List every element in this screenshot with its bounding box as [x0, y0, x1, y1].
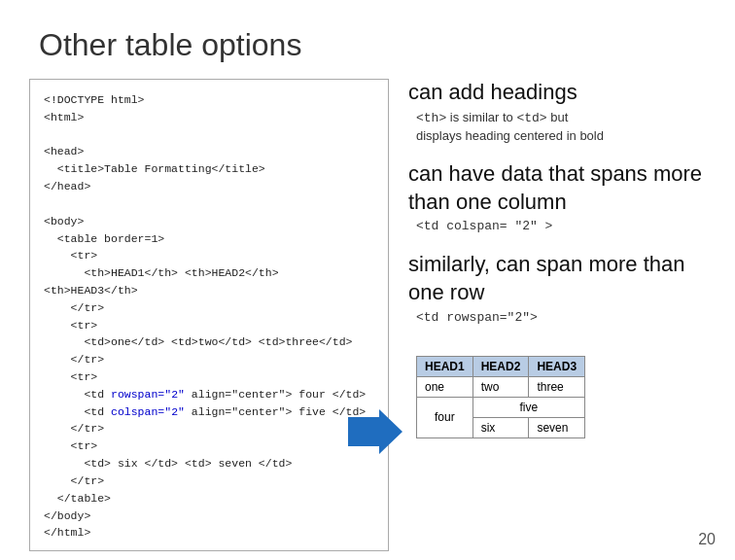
row-code: <td rowspan="2"> [416, 309, 716, 327]
page-title: Other table options [0, 0, 735, 79]
row-title: similarly, can span more than one row [408, 251, 716, 306]
code-line-12: <td>one</td> <td>two</td> <td>three</td> [44, 335, 352, 348]
main-content: <!DOCTYPE html> <html> <head> <title>Tab… [0, 79, 735, 551]
cell-one: one [417, 376, 473, 397]
headings-but: but [550, 110, 568, 124]
code-line-9: <th>HEAD1</th> <th>HEAD2</th> <th>HEAD3<… [44, 266, 279, 297]
code-line-15: <td rowspan="2" align="center"> four </t… [44, 388, 366, 401]
code-line-14: <tr> [44, 370, 97, 383]
headings-detail: <th> is similar to <td> but displays hea… [416, 109, 716, 145]
demo-table-header-3: HEAD3 [529, 356, 585, 376]
code-line-23: </html> [44, 526, 90, 539]
code-line-8: <tr> [44, 249, 97, 262]
code-line-17: </tr> [44, 422, 104, 435]
code-line-18: <tr> [44, 439, 97, 452]
code-line-7: <table border=1> [44, 232, 164, 245]
page-number: 20 [698, 531, 716, 548]
headings-similar-text: is similar to [450, 110, 517, 124]
cell-five: five [472, 397, 584, 417]
spans-title: can have data that spans more than one c… [408, 160, 716, 216]
code-line-6: <body> [44, 215, 84, 228]
spans-code: <td colspan= "2" > [416, 218, 716, 235]
code-line-4: <title>Table Formatting</title> [44, 162, 265, 175]
headings-desc: displays heading centered in bold [416, 128, 604, 143]
code-line-2: <html> [44, 111, 84, 123]
code-line-1: <!DOCTYPE html> [44, 93, 145, 106]
code-line-11: <tr> [44, 319, 97, 332]
cell-three: three [529, 376, 585, 397]
code-line-22: </body> [44, 509, 90, 522]
demo-table-container: HEAD1 HEAD2 HEAD3 one two three four fiv… [416, 346, 716, 438]
cell-two: two [472, 376, 529, 397]
svg-marker-0 [348, 409, 402, 454]
headings-section: can add headings <th> is similar to <td>… [408, 79, 716, 145]
code-line-5: </head> [44, 180, 90, 192]
row-section: similarly, can span more than one row <t… [408, 251, 716, 326]
cell-seven: seven [529, 417, 585, 438]
code-line-10: </tr> [44, 301, 104, 314]
demo-table-header-2: HEAD2 [472, 356, 529, 376]
table-row: one two three [417, 376, 585, 397]
headings-title: can add headings [408, 79, 716, 107]
th-code: <th> [416, 111, 446, 125]
demo-table-header-1: HEAD1 [417, 356, 473, 376]
arrow-icon [348, 409, 402, 458]
spans-section: can have data that spans more than one c… [408, 160, 716, 235]
code-line-20: </tr> [44, 474, 104, 487]
demo-table: HEAD1 HEAD2 HEAD3 one two three four fiv… [416, 356, 585, 438]
cell-four: four [417, 397, 473, 438]
code-line-16: <td colspan="2" align="center"> five </t… [44, 405, 366, 418]
right-panel: can add headings <th> is similar to <td>… [408, 79, 716, 551]
code-box: <!DOCTYPE html> <html> <head> <title>Tab… [29, 79, 389, 551]
td-code: <td> [516, 111, 546, 125]
code-line-21: </table> [44, 492, 111, 505]
code-line-13: </tr> [44, 353, 104, 366]
cell-six: six [472, 417, 529, 438]
code-line-3: <head> [44, 145, 84, 158]
code-line-19: <td> six </td> <td> seven </td> [44, 457, 292, 470]
table-row: four five [417, 397, 585, 417]
